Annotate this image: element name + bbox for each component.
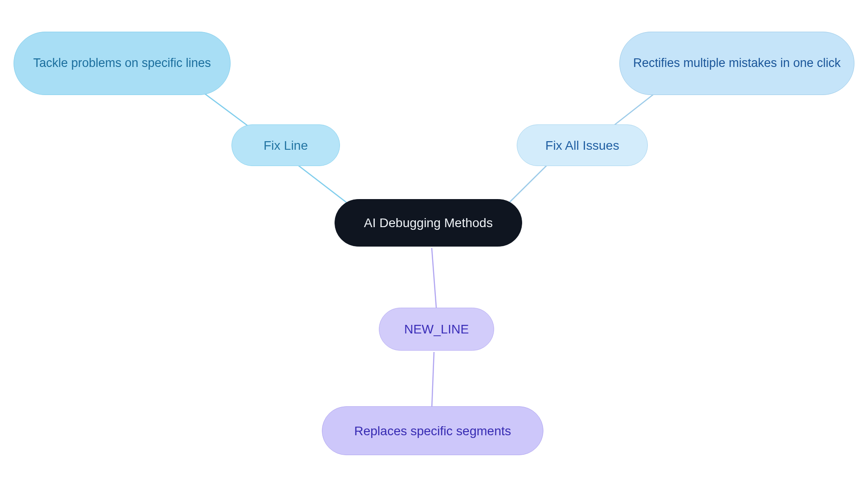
node-root[interactable]: AI Debugging Methods — [335, 199, 522, 247]
edge-root-newline — [432, 248, 436, 308]
node-new-line-leaf[interactable]: Replaces specific segments — [322, 406, 543, 455]
node-new-line-label: NEW_LINE — [392, 321, 481, 337]
node-new-line-leaf-label: Replaces specific segments — [341, 423, 524, 439]
node-root-label: AI Debugging Methods — [351, 215, 505, 231]
edge-root-fixall — [506, 165, 547, 205]
node-fix-all-label: Fix All Issues — [533, 138, 632, 153]
edge-root-fixline — [296, 164, 350, 205]
edge-newline-leaf — [432, 352, 434, 409]
node-fix-all-leaf[interactable]: Rectifies multiple mistakes in one click — [619, 32, 854, 95]
node-fix-all-leaf-label: Rectifies multiple mistakes in one click — [620, 56, 853, 71]
node-fix-line-leaf-label: Tackle problems on specific lines — [20, 56, 223, 71]
node-fix-line-leaf[interactable]: Tackle problems on specific lines — [14, 32, 231, 95]
mindmap-canvas: AI Debugging Methods Fix Line Tackle pro… — [0, 0, 868, 490]
node-fix-line-label: Fix Line — [251, 138, 321, 153]
node-fix-all[interactable]: Fix All Issues — [517, 124, 648, 166]
node-fix-line[interactable]: Fix Line — [231, 124, 340, 166]
node-new-line[interactable]: NEW_LINE — [379, 308, 494, 351]
